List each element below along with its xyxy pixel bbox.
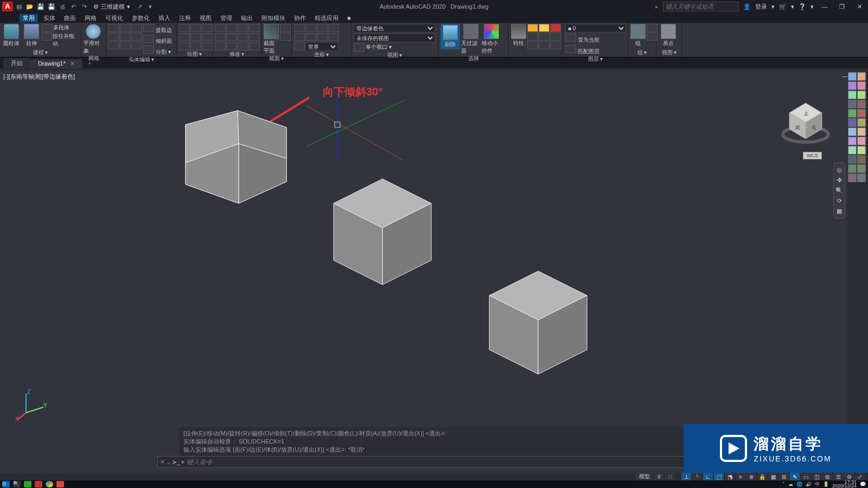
palette-icon[interactable]: [848, 146, 857, 155]
tray-network-icon[interactable]: 🌐: [796, 481, 802, 487]
panel-label-select[interactable]: 选择: [441, 55, 506, 63]
p1-icon[interactable]: [527, 33, 538, 41]
offset-icon[interactable]: [131, 33, 142, 41]
light-icon[interactable]: [527, 24, 538, 32]
palette-icon[interactable]: [857, 81, 866, 90]
cylinder-button[interactable]: 圆柱体: [2, 24, 21, 47]
isodraft-toggle[interactable]: ∟: [703, 473, 713, 480]
tab-express[interactable]: ■: [344, 15, 354, 21]
tab-surface[interactable]: 曲面: [61, 14, 79, 22]
visual-style-select[interactable]: 带边缘着色: [354, 24, 435, 33]
open-icon[interactable]: 📂: [25, 2, 35, 11]
tab-manage[interactable]: 管理: [217, 14, 235, 22]
tray-battery-icon[interactable]: 🔋: [823, 481, 829, 487]
lock-icon[interactable]: [550, 24, 561, 32]
cmd-close-icon[interactable]: ✕: [160, 459, 165, 466]
culling-button[interactable]: 剔除: [441, 24, 460, 49]
cart-icon[interactable]: 🛒: [779, 3, 787, 10]
ucs-icon[interactable]: Z Y X: [15, 388, 48, 422]
tool-palette[interactable]: [847, 72, 868, 427]
move-icon[interactable]: [215, 24, 226, 32]
copy-icon[interactable]: [215, 33, 226, 41]
selection-cycling[interactable]: ✎: [790, 473, 800, 480]
intersect-icon[interactable]: [131, 24, 142, 32]
tab-collab[interactable]: 协作: [291, 14, 309, 22]
tray-onedrive-icon[interactable]: ☁: [788, 481, 793, 487]
explode-icon[interactable]: [226, 42, 237, 50]
dynamic-input-toggle[interactable]: 🔒: [757, 473, 767, 480]
circle-icon[interactable]: [202, 24, 213, 32]
powerpoint-app[interactable]: [56, 481, 64, 487]
plot-icon[interactable]: 🖨: [58, 2, 67, 11]
new-icon[interactable]: ▤: [14, 2, 24, 11]
tab-output[interactable]: 输出: [238, 14, 256, 22]
section-plane-button[interactable]: 截面平面: [264, 24, 279, 55]
annomonitor-toggle[interactable]: ⊞: [822, 473, 832, 480]
group-icon1[interactable]: [647, 24, 658, 32]
smooth-button[interactable]: 平滑对象: [84, 24, 103, 55]
palette-icon[interactable]: [848, 137, 857, 145]
panel-label-coord[interactable]: 坐标 ▾: [294, 51, 349, 59]
imprint-icon[interactable]: [120, 41, 131, 49]
tab-addins[interactable]: 附加模块: [258, 14, 289, 22]
group-icon2[interactable]: [647, 33, 658, 41]
help-icon[interactable]: ❔: [799, 3, 806, 10]
palette-icon[interactable]: [857, 118, 866, 127]
sun-icon[interactable]: [539, 24, 550, 32]
pline-icon[interactable]: [190, 24, 201, 32]
line-icon[interactable]: [179, 24, 190, 32]
base-view-button[interactable]: 基点: [659, 24, 678, 47]
ucs-icon4[interactable]: [328, 24, 339, 32]
panel-label-draw[interactable]: 绘图 ▾: [179, 50, 210, 59]
palette-icon[interactable]: [848, 155, 857, 164]
tab-featured[interactable]: 精选应用: [311, 14, 342, 22]
dynucs-toggle[interactable]: ⊕: [746, 473, 756, 480]
minimize-button[interactable]: —: [818, 2, 831, 11]
viewport[interactable]: [-][东南等轴测][带边缘着色] — ▢ ✕ 向下倾斜30°: [0, 70, 868, 427]
tab-solid[interactable]: 实体: [40, 14, 59, 22]
palette-icon[interactable]: [848, 100, 857, 108]
palette-icon[interactable]: [848, 72, 857, 81]
palette-icon[interactable]: [857, 100, 866, 108]
undo-icon[interactable]: ↶: [68, 2, 78, 11]
viewcube[interactable]: 上 前 右: [781, 98, 830, 146]
palette-icon[interactable]: [857, 137, 866, 145]
lineweight-toggle[interactable]: ▦: [768, 473, 778, 480]
save-icon[interactable]: 💾: [36, 2, 46, 11]
palette-icon[interactable]: [848, 109, 857, 118]
snap-toggle[interactable]: ∷: [665, 473, 675, 480]
drawing-tab[interactable]: Drawing1*✕: [30, 59, 82, 68]
polar-toggle[interactable]: └: [692, 473, 702, 480]
clean-icon[interactable]: [131, 41, 142, 49]
transparency-toggle[interactable]: ⊞: [779, 473, 789, 480]
app-logo[interactable]: A: [2, 2, 13, 11]
panel-label-layer[interactable]: 图层 ▾: [565, 55, 626, 63]
p4-icon[interactable]: [527, 41, 538, 49]
layer-select[interactable]: ■ 0: [565, 24, 626, 33]
start-button[interactable]: ⊞: [2, 481, 10, 487]
units-toggle[interactable]: ☰: [833, 473, 843, 480]
panel-label-solidedit[interactable]: 实体编辑 ▾: [108, 56, 174, 64]
array-icon[interactable]: [249, 33, 260, 41]
ucs-icon2[interactable]: [305, 24, 316, 32]
offset2-icon[interactable]: [249, 42, 260, 50]
chrome-app[interactable]: [46, 481, 53, 487]
make-current-button[interactable]: 置为当前: [565, 34, 599, 44]
separate-button[interactable]: 分割 ▾: [143, 46, 172, 56]
panel-label-model[interactable]: 建模 ▾: [2, 49, 79, 57]
tab-parametric[interactable]: 参数化: [129, 14, 153, 22]
hatch-icon[interactable]: [190, 42, 201, 50]
ucs-icon1[interactable]: [294, 24, 305, 32]
palette-icon[interactable]: [857, 127, 866, 136]
palette-icon[interactable]: [857, 164, 866, 173]
ucs-icon8[interactable]: [328, 33, 339, 41]
ucs-select[interactable]: 世界: [305, 42, 338, 51]
p6-icon[interactable]: [550, 41, 561, 49]
help-dropdown[interactable]: ▾: [810, 3, 814, 10]
panel-label-modify[interactable]: 修改 ▾: [215, 50, 259, 59]
erase-icon[interactable]: [238, 42, 248, 50]
clock-date[interactable]: 2020/12/24: [832, 484, 857, 488]
thicken-icon[interactable]: [108, 41, 119, 49]
grid-toggle[interactable]: #: [654, 473, 664, 480]
navigation-bar[interactable]: ◎ ✥ 🔍 ⟳ ▦: [833, 163, 845, 219]
